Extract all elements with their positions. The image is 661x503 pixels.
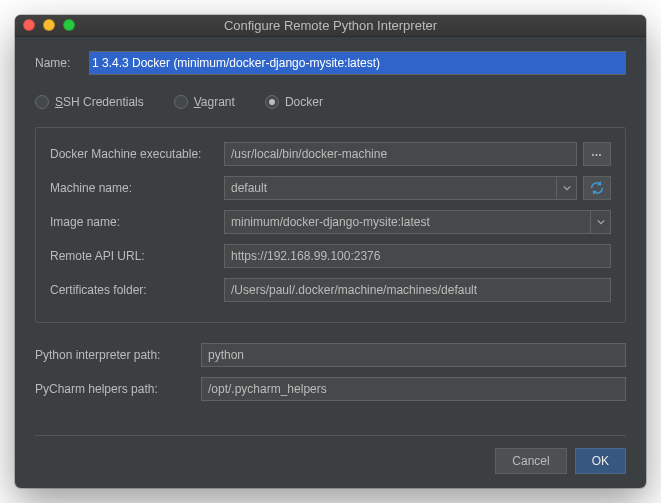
titlebar: Configure Remote Python Interpreter bbox=[15, 15, 646, 37]
connection-type-radios: SSH Credentials Vagrant Docker bbox=[35, 95, 626, 109]
cert-label: Certificates folder: bbox=[50, 283, 218, 297]
api-label: Remote API URL: bbox=[50, 249, 218, 263]
refresh-button[interactable] bbox=[583, 176, 611, 200]
browse-exec-button[interactable]: ••• bbox=[583, 142, 611, 166]
name-label: Name: bbox=[35, 56, 83, 70]
machine-label: Machine name: bbox=[50, 181, 218, 195]
minimize-icon[interactable] bbox=[43, 19, 55, 31]
name-input[interactable]: 1 3.4.3 Docker (minimum/docker-django-my… bbox=[89, 51, 626, 75]
exec-label: Docker Machine executable: bbox=[50, 147, 218, 161]
radio-vagrant[interactable]: Vagrant bbox=[174, 95, 235, 109]
image-combo[interactable]: minimum/docker-django-mysite:latest bbox=[224, 210, 611, 234]
radio-docker[interactable]: Docker bbox=[265, 95, 323, 109]
interp-label: Python interpreter path: bbox=[35, 348, 195, 362]
radio-docker-label: Docker bbox=[285, 95, 323, 109]
radio-icon bbox=[174, 95, 188, 109]
api-input[interactable] bbox=[224, 244, 611, 268]
chevron-down-icon bbox=[590, 211, 610, 233]
name-input-value: 1 3.4.3 Docker (minimum/docker-django-my… bbox=[90, 52, 625, 74]
dialog-footer: Cancel OK bbox=[35, 435, 626, 474]
interp-input[interactable] bbox=[201, 343, 626, 367]
radio-icon bbox=[35, 95, 49, 109]
machine-combo[interactable]: default bbox=[224, 176, 577, 200]
cert-input[interactable] bbox=[224, 278, 611, 302]
ok-button[interactable]: OK bbox=[575, 448, 626, 474]
zoom-icon[interactable] bbox=[63, 19, 75, 31]
chevron-down-icon bbox=[556, 177, 576, 199]
window-title: Configure Remote Python Interpreter bbox=[224, 18, 437, 33]
image-value: minimum/docker-django-mysite:latest bbox=[231, 215, 430, 229]
helpers-label: PyCharm helpers path: bbox=[35, 382, 195, 396]
exec-input[interactable] bbox=[224, 142, 577, 166]
image-label: Image name: bbox=[50, 215, 218, 229]
docker-settings-panel: Docker Machine executable: ••• Machine n… bbox=[35, 127, 626, 323]
helpers-input[interactable] bbox=[201, 377, 626, 401]
dialog-content: Name: 1 3.4.3 Docker (minimum/docker-dja… bbox=[15, 37, 646, 488]
radio-ssh[interactable]: SSH Credentials bbox=[35, 95, 144, 109]
window-controls bbox=[23, 19, 75, 31]
machine-value: default bbox=[231, 181, 267, 195]
radio-icon bbox=[265, 95, 279, 109]
cancel-button[interactable]: Cancel bbox=[495, 448, 566, 474]
close-icon[interactable] bbox=[23, 19, 35, 31]
dialog-window: Configure Remote Python Interpreter Name… bbox=[15, 15, 646, 488]
